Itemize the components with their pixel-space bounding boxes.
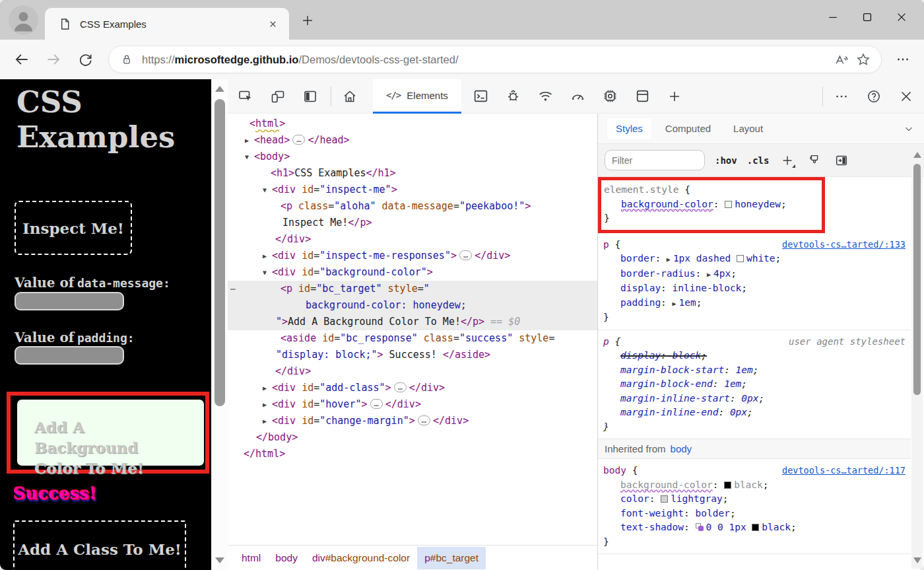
help-icon[interactable] <box>865 87 882 105</box>
dom-tree-line[interactable]: ▶<div id="add-class">…</div> <box>228 380 597 396</box>
lock-icon[interactable] <box>117 50 137 69</box>
expand-children-pill[interactable]: … <box>418 415 430 425</box>
dom-tree-line[interactable]: ">Add A Background Color To Me!</p> == $… <box>228 314 597 330</box>
data-message-field[interactable] <box>15 292 124 310</box>
css-property[interactable]: margin-inline-end: 0px; <box>603 406 906 420</box>
dom-tree-line[interactable]: <html> <box>228 116 597 132</box>
css-property[interactable]: padding: ▶1em; <box>603 296 906 311</box>
css-property[interactable]: color: lightgray; <box>603 492 906 507</box>
expand-arrow-icon[interactable]: ▶ <box>263 396 267 413</box>
expand-children-pill[interactable]: … <box>459 250 472 260</box>
css-property[interactable]: background-color: black; <box>603 478 906 493</box>
address-bar[interactable]: https://microsoftedge.github.io/Demos/de… <box>108 46 882 73</box>
dom-tree-line[interactable]: ▼<body> <box>228 149 597 165</box>
dom-tree-line[interactable]: background-color: honeydew; <box>228 297 597 314</box>
more-tabs-icon[interactable] <box>666 87 684 105</box>
css-property[interactable]: background-color: honeydew; <box>604 197 816 212</box>
scroll-up-icon[interactable] <box>913 152 921 158</box>
expand-children-pill[interactable]: … <box>394 382 407 392</box>
color-swatch-icon[interactable] <box>661 495 668 503</box>
css-rule[interactable]: body {devtools-cs…tarted/:117background-… <box>598 459 911 554</box>
css-property[interactable]: border-radius: ▶4px; <box>603 267 906 282</box>
browser-settings-button[interactable] <box>890 47 916 72</box>
css-rule[interactable]: element.style {background-color: honeyde… <box>598 177 825 233</box>
dom-tree-line[interactable]: </div> <box>228 363 597 380</box>
dom-tree-line[interactable]: ▼<div id="inspect-me"> <box>228 182 597 198</box>
css-property[interactable]: margin-block-end: 1em; <box>603 377 906 392</box>
dom-tree-line[interactable]: ▶<head>…</head> <box>228 132 597 149</box>
close-devtools-icon[interactable] <box>897 87 915 105</box>
breadcrumb-item[interactable]: body <box>268 547 305 569</box>
breadcrumb-item[interactable]: p#bc_target <box>417 547 486 569</box>
expand-arrow-icon[interactable]: ▶ <box>263 248 267 264</box>
dom-tree-line[interactable]: ▶<div id="inspect-me-responses">…</div> <box>228 248 597 264</box>
add-class-button[interactable]: Add A Class To Me! <box>13 520 186 570</box>
expand-arrow-icon[interactable]: ▶ <box>263 380 267 396</box>
toggle-element-classes[interactable]: .cls <box>747 155 770 166</box>
application-icon[interactable] <box>634 87 651 105</box>
color-swatch-icon[interactable] <box>752 524 759 531</box>
expand-arrow-icon[interactable]: ▶ <box>245 132 249 149</box>
css-property[interactable]: font-weight: bolder; <box>603 507 906 521</box>
styles-scrollbar[interactable] <box>911 147 923 569</box>
dom-tree-line[interactable]: ▼<div id="background-color"> <box>228 264 597 281</box>
tab-styles[interactable]: Styles <box>607 118 651 139</box>
breadcrumb-item[interactable]: div#background-color <box>305 547 417 569</box>
padding-field[interactable] <box>15 346 124 365</box>
tab-computed[interactable]: Computed <box>657 118 719 139</box>
dom-tree-line[interactable]: <p class="aloha" data-message="peekaboo!… <box>228 198 597 215</box>
scroll-up-icon[interactable] <box>215 86 224 92</box>
css-property[interactable]: border: ▶1px dashed white; <box>603 252 906 267</box>
stylesheet-source-link[interactable]: devtools-cs…tarted/:117 <box>782 464 906 478</box>
page-scrollbar[interactable] <box>211 79 228 570</box>
tab-layout[interactable]: Layout <box>725 118 772 139</box>
expand-arrow-icon[interactable]: ▶ <box>263 413 267 429</box>
color-swatch-icon[interactable] <box>724 481 731 489</box>
inspect-me-button[interactable]: Inspect Me! <box>15 201 132 255</box>
scroll-down-icon[interactable] <box>215 557 224 563</box>
expand-children-pill[interactable]: … <box>292 135 305 145</box>
performance-icon[interactable] <box>569 87 587 105</box>
css-rule[interactable]: p {user agent stylesheetdisplay: block;m… <box>598 330 911 440</box>
css-property[interactable]: display: block; <box>603 349 906 363</box>
selected-node-menu-icon[interactable]: ⋯ <box>230 281 236 297</box>
collapse-arrow-icon[interactable]: ▼ <box>263 182 267 198</box>
dom-tree-line[interactable]: "display: block;"> Success! </aside> <box>228 347 597 363</box>
refresh-button[interactable] <box>73 47 98 72</box>
favorites-star-icon[interactable] <box>852 48 874 71</box>
tab-close-icon[interactable] <box>264 15 281 32</box>
inspect-icon[interactable] <box>236 87 254 105</box>
new-style-rule-icon[interactable] <box>779 152 796 169</box>
url-text[interactable]: https://microsoftedge.github.io/Demos/de… <box>142 53 830 66</box>
minimize-icon[interactable] <box>816 0 850 34</box>
dom-tree-line[interactable]: ▶<div id="hover">…</div> <box>228 396 597 413</box>
browser-tab[interactable]: CSS Examples <box>45 8 289 40</box>
memory-icon[interactable] <box>601 87 619 105</box>
close-window-icon[interactable] <box>884 0 919 34</box>
collapse-arrow-icon[interactable]: ▼ <box>263 264 267 281</box>
dom-tree-line[interactable]: <aside id="bc_response" class="success" … <box>228 330 597 347</box>
dom-tree-line[interactable]: <h1>CSS Examples</h1> <box>228 165 597 182</box>
more-options-icon[interactable] <box>832 87 850 105</box>
inherited-from-link[interactable]: body <box>671 443 692 454</box>
dom-tree-line[interactable]: </div> <box>228 231 597 248</box>
css-rule[interactable]: p {devtools-cs…tarted/:133border: ▶1px d… <box>598 233 911 330</box>
maximize-icon[interactable] <box>850 0 884 34</box>
home-icon[interactable] <box>341 87 358 105</box>
forward-button[interactable] <box>41 47 66 72</box>
styles-scrollbar-thumb[interactable] <box>913 164 921 395</box>
css-property[interactable]: margin-inline-start: 0px; <box>603 392 906 406</box>
expand-children-pill[interactable]: … <box>370 399 383 409</box>
dom-tree-line[interactable]: </body> <box>228 429 597 446</box>
add-background-color-button[interactable]: Add A Background Color To Me! <box>17 400 204 466</box>
profile-button[interactable] <box>9 5 38 35</box>
new-tab-button[interactable] <box>298 11 317 30</box>
page-scrollbar-thumb[interactable] <box>214 99 225 406</box>
toggle-pseudo-states[interactable]: :hov <box>715 155 737 166</box>
shadow-editor-icon[interactable] <box>696 523 704 531</box>
dock-side-icon[interactable] <box>301 87 319 105</box>
computed-panel-toggle-icon[interactable] <box>833 152 850 169</box>
console-icon[interactable] <box>472 87 490 105</box>
network-icon[interactable] <box>537 87 554 105</box>
dom-tree-line[interactable]: </html> <box>228 446 597 462</box>
